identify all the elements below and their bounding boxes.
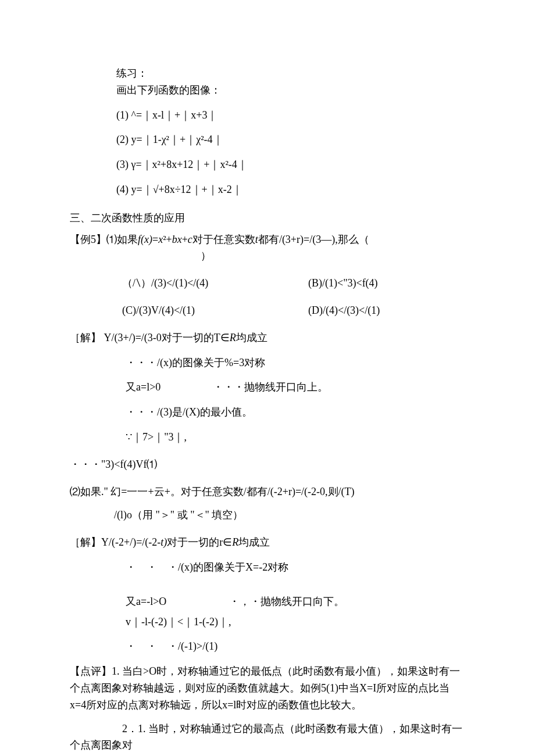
- example5-q1-close: ）: [201, 250, 211, 261]
- comment-p2: 2．1. 当时，对称轴通过它的最高点（此时函数有最大值），如果这时有一个点离图象…: [70, 721, 465, 754]
- practice-item-4: (4) y=｜√+8x÷12｜+｜x-2｜: [116, 181, 465, 198]
- option-d: (D)/(4)</(3)</(1): [308, 302, 459, 319]
- section-3-heading: 三、二次函数性质的应用: [70, 210, 465, 227]
- sol1-line-3: ・・・/(3)是/(X)的最小值。: [126, 404, 465, 421]
- sol2-line-4: ・ ・ ・/(-1)>/(1): [126, 638, 465, 655]
- option-a: （/∖）/(3)</(1)</(4): [122, 275, 308, 292]
- practice-item-1: (1) ^=｜x-l｜+｜x+3｜: [116, 107, 465, 124]
- example5-q1: 【例5】⑴如果f(x)=x²+bx+c对于任意实数t都有/(3+r)=/(3—)…: [70, 231, 465, 265]
- practice-prompt: 画出下列函数的图像：: [116, 82, 465, 99]
- practice-item-2: (2) y=｜1-χ²｜+｜χ²-4｜: [116, 131, 465, 148]
- comment-p1: 【点评】1. 当白>O时，对称轴通过它的最低点（此时函数有最小值），如果这时有一…: [70, 663, 465, 713]
- sol1-line-4: ∵｜7>｜"3｜,: [126, 429, 465, 446]
- sol2-line-1: ・ ・ ・/(x)的图像关于X=-2对称: [126, 559, 465, 576]
- solution2-label: ［解】Y/(-2+/)=/(-2-t)对于一切的r∈R均成立: [70, 534, 465, 551]
- practice-title: 练习：: [116, 65, 465, 82]
- sol2-line-2: 又a=-l>O ・，・抛物线开口向下。: [126, 593, 465, 610]
- solution1-label: ［解】 Y/(3+/)=/(3-0对于一切的T∈R均成立: [70, 329, 465, 346]
- option-c: (C)/(3)V/(4)</(1): [122, 302, 308, 319]
- example5-q2-fill: /(l)o（用 "＞" 或 "＜" 填空）: [93, 507, 465, 524]
- option-b: (B)/(1)<"3)<f(4): [308, 275, 459, 292]
- sol1-conclusion: ・・・"3)<f(4)Vf⑴: [70, 456, 465, 473]
- sol2-line-3: v｜-l-(-2)｜<｜1-(-2)｜,: [126, 614, 465, 630]
- example5-q1-intro: 【例5】⑴如果f(x)=x²+bx+c对于任意实数t都有/(3+r)=/(3—)…: [70, 234, 369, 245]
- practice-item-3: (3) γ=｜x²+8x+12｜+｜x²-4｜: [116, 156, 465, 173]
- sol1-line-1: ・・・/(x)的图像关于%=3对称: [126, 354, 465, 371]
- sol1-line-2: 又a=l>0 ・・・抛物线开口向上。: [126, 379, 465, 396]
- example5-q2-intro: ⑵如果." 幻=一一+云+。对于任意实数/都有/(-2+r)=/(-2-0,则/…: [70, 483, 465, 500]
